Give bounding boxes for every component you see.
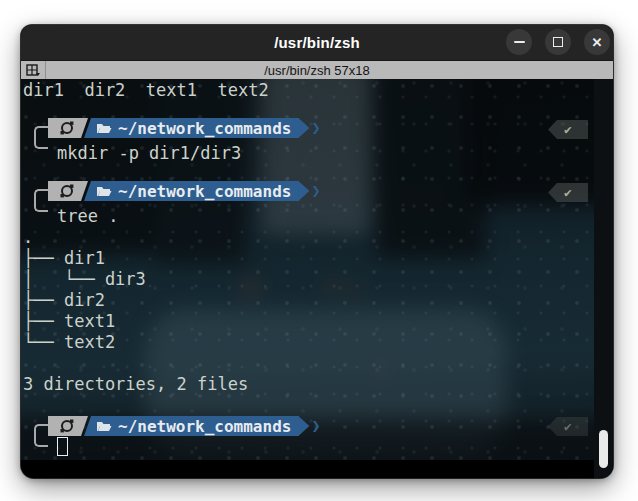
maximize-icon (553, 37, 563, 47)
close-icon: ✕ (592, 36, 603, 49)
status-success-badge: ✔ (548, 183, 588, 202)
chevron-right-icon: ❯ (311, 118, 320, 138)
tab-bar: /usr/bin/zsh 57x18 (21, 61, 613, 79)
scrollbar-thumb[interactable] (599, 430, 608, 468)
checkmark-icon: ✔ (564, 416, 572, 437)
command-line: tree . (57, 206, 118, 227)
os-logo-icon (59, 120, 75, 136)
tree-summary-line: 3 directories, 2 files (23, 374, 248, 395)
status-success-badge: ✔ (548, 417, 588, 436)
prompt-os-segment (48, 416, 88, 436)
prompt-bracket (34, 189, 48, 212)
minimize-button[interactable] (506, 29, 532, 55)
os-logo-icon (59, 418, 75, 434)
prompt-bracket (34, 126, 48, 149)
tree-output-line: │ └── dir3 (23, 269, 146, 290)
tab-title[interactable]: /usr/bin/zsh 57x18 (21, 63, 613, 78)
powerline-arrow-icon (298, 181, 309, 201)
prompt-os-segment (48, 118, 88, 138)
os-logo-icon (59, 183, 75, 199)
tree-output-line: ├── text1 (23, 311, 115, 332)
chevron-right-icon: ❯ (311, 181, 320, 201)
minimize-icon (514, 41, 525, 43)
prompt-path-segment: ~/network_commands (84, 181, 299, 201)
tree-output-line: ├── dir1 (23, 248, 105, 269)
powerline-arrow-icon (298, 118, 309, 138)
prompt-path: ~/network_commands (118, 181, 291, 202)
terminal-content: dir1 dir2 text1 text2 ~/netwo (21, 79, 594, 460)
terminal-window: /usr/bin/zsh ✕ /usr/bin/zsh 57x18 (21, 25, 613, 478)
tree-output-line: . (23, 227, 33, 248)
prompt-bar: ~/network_commands ❯ (48, 416, 320, 436)
checkmark-icon: ✔ (564, 119, 572, 140)
terminal-screen[interactable]: dir1 dir2 text1 text2 ~/netwo (21, 79, 613, 478)
prompt-bracket (34, 424, 48, 447)
close-button[interactable]: ✕ (584, 29, 610, 55)
chevron-right-icon: ❯ (311, 416, 320, 436)
window-controls: ✕ (506, 29, 610, 55)
maximize-button[interactable] (545, 29, 571, 55)
prompt-path: ~/network_commands (118, 118, 291, 139)
tree-output-line: └── text2 (23, 332, 115, 353)
terminal-cursor (57, 437, 68, 456)
prompt-path-segment: ~/network_commands (84, 416, 299, 436)
status-success-badge: ✔ (548, 120, 588, 139)
ls-output-line: dir1 dir2 text1 text2 (23, 80, 269, 101)
title-bar[interactable]: /usr/bin/zsh ✕ (21, 25, 613, 61)
tree-output-line: ├── dir2 (23, 290, 105, 311)
command-line: mkdir -p dir1/dir3 (57, 143, 241, 164)
folder-open-icon (96, 420, 112, 433)
powerline-arrow-icon (298, 416, 309, 436)
prompt-path-segment: ~/network_commands (84, 118, 299, 138)
scrollbar-track[interactable] (594, 79, 613, 478)
folder-open-icon (96, 122, 112, 135)
prompt-os-segment (48, 181, 88, 201)
checkmark-icon: ✔ (564, 182, 572, 203)
prompt-bar: ~/network_commands ❯ (48, 181, 320, 201)
window-title: /usr/bin/zsh (274, 34, 360, 51)
prompt-path: ~/network_commands (118, 416, 291, 437)
prompt-bar: ~/network_commands ❯ (48, 118, 320, 138)
folder-open-icon (96, 185, 112, 198)
